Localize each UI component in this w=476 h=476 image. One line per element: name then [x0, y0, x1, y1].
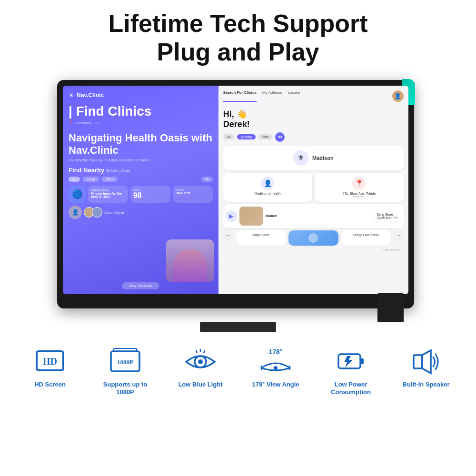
score-label: Score [133, 188, 168, 191]
next-arrow[interactable]: → [393, 230, 404, 241]
person-name: Alison Cetner [104, 211, 124, 214]
speaker-icon-wrap [411, 347, 441, 377]
drug-store-card: Drug StoreOpen Mon-Fri [373, 210, 401, 222]
feature-1080p: 1080P Supports up to 1080P [94, 347, 156, 397]
svg-line-9 [196, 350, 197, 353]
feature-view-angle: 178° 178° View Angle [245, 347, 307, 389]
filter-all[interactable]: All [69, 177, 80, 182]
low-blue-light-label: Low Blue Light [178, 381, 222, 389]
play-icon: ▶ [226, 210, 237, 222]
chip-nearby[interactable]: Nearby [237, 134, 256, 139]
angle-icon: 178° [259, 347, 292, 377]
battery-icon [337, 347, 365, 377]
user-avatar: 👤 [392, 90, 404, 102]
lcc-image [239, 207, 263, 226]
low-power-label: Low Power Consumption [320, 381, 382, 397]
clinic-item-1: 👤 Madison-cl health [223, 173, 312, 202]
nav-locator[interactable]: Locator [288, 90, 301, 102]
battery-icon-wrap [336, 347, 366, 377]
madison-icon: ⚜ [293, 150, 308, 166]
scripps-memorial: Scripps Memorial [341, 230, 391, 246]
svg-point-13 [274, 366, 278, 370]
bottom-row: ← Mayo Clinic Scripps Memorial → [223, 230, 404, 246]
sphere [308, 233, 318, 243]
nav-logo-text: Nav.Clinic [77, 92, 104, 99]
eye-icon [184, 347, 217, 377]
view-btn[interactable]: View This Clinic [122, 282, 159, 289]
help-center: Help Center ⓘ [223, 248, 404, 252]
filter-tabs: All Close 20km 96 [69, 177, 213, 182]
headline: Lifetime Tech Support Plug and Play [108, 10, 367, 67]
filter-20km[interactable]: 20km [102, 177, 118, 182]
clinic-icon-2: 📍 [352, 177, 366, 190]
svg-point-8 [198, 359, 203, 364]
monitor-stand-neck [377, 293, 404, 322]
person-avatar-1: 👤 [69, 206, 82, 219]
left-subtitle: Unveiling the Proximity Paradigm of Heal… [69, 159, 213, 162]
clinic-name-1: Madison-cl health [255, 192, 281, 195]
view-angle-label: 178° View Angle [252, 381, 299, 389]
feature-hd-screen: HD HD Screen [19, 347, 81, 389]
madison-card: ⚜ Madison [223, 146, 404, 170]
svg-rect-17 [360, 358, 364, 364]
chip-all[interactable]: All [223, 134, 235, 139]
count-badge: 93 [275, 132, 285, 142]
svg-rect-18 [414, 355, 422, 368]
large-clinic-card: ▶ Madice Drug StoreOpen Mon-Fri [223, 204, 404, 228]
best-value: DNA Test [176, 191, 210, 195]
clinic-cards: 🔵 Known team Known team As the best in U… [69, 186, 213, 203]
nav-logo: ✳ Nav.Clinic [69, 91, 213, 99]
find-nearby-label: Find Nearby Toledo, Ohio [69, 167, 213, 174]
svg-line-11 [204, 350, 205, 353]
right-greeting: Hi, 👋Derek! [223, 109, 404, 129]
known-label: Known team [91, 188, 125, 192]
clinic-item-2: 📍 57b. Shun Ave, Toledo Direction: [315, 173, 404, 202]
left-content: | Find Clinics 📍 Cleveland, OH Navigatin… [69, 104, 213, 219]
score-value: 98 [133, 191, 168, 200]
angle-icon-wrap: 178° [260, 347, 291, 377]
location-tag: 📍 Cleveland, OH [69, 121, 213, 125]
page-wrapper: Lifetime Tech Support Plug and Play ✳ Na… [0, 0, 476, 476]
filter-close[interactable]: Close [83, 177, 99, 182]
headline-line1: Lifetime Tech Support [108, 10, 367, 38]
clinic-name-2: 57b. Shun Ave, Toledo [343, 192, 376, 195]
mayo-clinic: Mayo Clinic [236, 230, 286, 246]
screen-right-panel: Search For Clinics My Address Locator 👤 … [218, 86, 408, 294]
nav-address[interactable]: My Address [262, 90, 282, 102]
best-label: Best for [176, 188, 210, 191]
monitor-stand-base [200, 322, 276, 332]
screen-left-panel: ✳ Nav.Clinic | Find Clinics 📍 Cleveland,… [63, 86, 218, 294]
clinic-grid: 👤 Madison-cl health 📍 57b. Shun Ave, Tol… [223, 173, 404, 202]
feature-speaker: Built-in Speaker [395, 347, 457, 389]
prev-arrow[interactable]: ← [223, 230, 234, 241]
person-image [166, 239, 214, 282]
features-section: HD HD Screen 1080P Supports up to 1080P [14, 347, 462, 397]
left-heading: Navigating Health Oasis with Nav.Clinic [69, 132, 213, 157]
nearby-filters: All Nearby 2km 93 [223, 132, 404, 142]
svg-text:178°: 178° [269, 348, 283, 356]
find-clinics-title: | Find Clinics [69, 104, 213, 119]
monitor-section: ✳ Nav.Clinic | Find Clinics 📍 Cleveland,… [43, 75, 433, 332]
madison-name: Madison [312, 155, 334, 161]
feature-low-blue-light: Low Blue Light [169, 347, 231, 389]
spheres-card [288, 230, 338, 246]
1080p-label: Supports up to 1080P [94, 381, 156, 397]
clinic-card-known: Known team Known team As the best in USA [88, 186, 128, 203]
filter-count: 96 [201, 177, 213, 182]
person-3 [92, 207, 102, 218]
known-value: Known team As the best in USA [91, 192, 125, 198]
lcc-info: Madice [266, 214, 277, 218]
people-row: 👤 Alison Cetner [69, 206, 213, 219]
clinic-card-score: Score 98 [130, 186, 170, 203]
1080p-icon-wrap: 1080P [110, 347, 140, 377]
monitor-frame: ✳ Nav.Clinic | Find Clinics 📍 Cleveland,… [57, 80, 414, 308]
lcc-name: Madice [266, 214, 277, 218]
1080p-icon: 1080P [110, 347, 140, 377]
nav-search[interactable]: Search For Clinics [223, 90, 257, 102]
chip-2km[interactable]: 2km [258, 134, 272, 139]
clinic-icon-1: 👤 [261, 177, 274, 190]
nav-logo-icon: ✳ [69, 91, 74, 99]
hd-label: HD Screen [34, 381, 66, 389]
svg-text:1080P: 1080P [117, 358, 133, 366]
clinic-dir: Direction: [353, 195, 365, 198]
